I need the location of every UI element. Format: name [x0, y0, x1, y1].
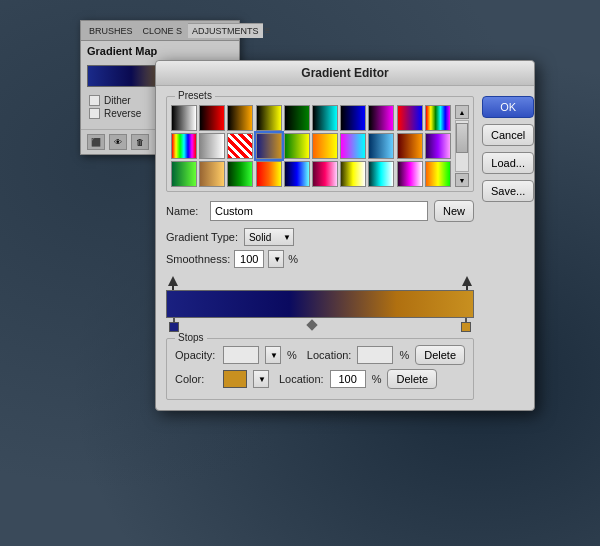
delete-icon[interactable]: 🗑 — [131, 134, 149, 150]
presets-scrollbar: ▲ ▼ — [455, 105, 469, 187]
smoothness-row: Smoothness: ▼ % — [166, 250, 474, 268]
preset-20[interactable] — [171, 161, 197, 187]
scroll-thumb[interactable] — [456, 123, 468, 153]
preset-4[interactable] — [284, 105, 310, 131]
opacity-label: Opacity: — [175, 349, 217, 361]
smoothness-arrow-icon: ▼ — [273, 255, 281, 264]
preset-0[interactable] — [171, 105, 197, 131]
gradient-bar-area — [166, 276, 474, 332]
visibility-icon[interactable]: 👁 — [109, 134, 127, 150]
ok-button[interactable]: OK — [482, 96, 534, 118]
opacity-pct: % — [287, 349, 297, 361]
smoothness-input[interactable] — [234, 250, 264, 268]
color-location-input[interactable] — [330, 370, 366, 388]
name-input[interactable] — [210, 201, 428, 221]
opacity-location-label: Location: — [307, 349, 352, 361]
gradient-editor-dialog: Gradient Editor Presets — [155, 60, 535, 411]
scroll-track — [455, 120, 469, 172]
preset-9[interactable] — [425, 105, 451, 131]
reverse-label: Reverse — [104, 108, 141, 119]
preset-3[interactable] — [256, 105, 282, 131]
preset-23[interactable] — [256, 161, 282, 187]
preset-29[interactable] — [425, 161, 451, 187]
preset-1[interactable] — [199, 105, 225, 131]
dither-label: Dither — [104, 95, 131, 106]
preset-16[interactable] — [340, 133, 366, 159]
preset-13[interactable] — [256, 133, 282, 159]
preset-8[interactable] — [397, 105, 423, 131]
stops-section-label: Stops — [175, 332, 207, 343]
dialog-title: Gradient Editor — [156, 61, 534, 86]
gradient-type-label: Gradient Type: — [166, 231, 238, 243]
opacity-location-input[interactable] — [357, 346, 393, 364]
presets-grid — [171, 105, 451, 187]
smoothness-unit: % — [288, 253, 298, 265]
color-dropdown[interactable]: ▼ — [253, 370, 269, 388]
smoothness-stepper[interactable]: ▼ — [268, 250, 284, 268]
cancel-button[interactable]: Cancel — [482, 124, 534, 146]
load-button[interactable]: Load... — [482, 152, 534, 174]
preset-21[interactable] — [199, 161, 225, 187]
panel-menu-icon[interactable]: ≡ — [265, 25, 271, 36]
save-button[interactable]: Save... — [482, 180, 534, 202]
color-swatch[interactable] — [223, 370, 247, 388]
preset-24[interactable] — [284, 161, 310, 187]
panel-tabs: BRUSHES CLONE S ADJUSTMENTS ≡ — [81, 21, 239, 41]
preset-22[interactable] — [227, 161, 253, 187]
preset-5[interactable] — [312, 105, 338, 131]
preset-10[interactable] — [171, 133, 197, 159]
color-row: Color: ▼ Location: % Delete — [175, 369, 465, 389]
preset-15[interactable] — [312, 133, 338, 159]
preset-6[interactable] — [340, 105, 366, 131]
midpoint-diamond[interactable] — [306, 319, 317, 330]
color-stop-swatch-left — [169, 322, 179, 332]
color-stop-swatch-right — [461, 322, 471, 332]
preset-19[interactable] — [425, 133, 451, 159]
opacity-arrow-icon: ▼ — [270, 351, 278, 360]
dialog-left-panel: Presets — [166, 96, 474, 400]
color-stop-right[interactable] — [460, 318, 472, 332]
opacity-input[interactable] — [223, 346, 259, 364]
scroll-down-btn[interactable]: ▼ — [455, 173, 469, 187]
new-button[interactable]: New — [434, 200, 474, 222]
preset-12[interactable] — [227, 133, 253, 159]
presets-grid-wrapper: ▲ ▼ — [167, 97, 473, 191]
opacity-delete-button[interactable]: Delete — [415, 345, 465, 365]
reverse-checkbox[interactable] — [89, 108, 100, 119]
name-row: Name: New — [166, 200, 474, 222]
dialog-buttons: OK Cancel Load... Save... — [482, 96, 534, 400]
stops-section: Stops Opacity: ▼ % Location: % Delete C — [166, 338, 474, 400]
opacity-stops-row — [168, 276, 472, 290]
tab-brushes[interactable]: BRUSHES — [85, 24, 137, 38]
presets-label: Presets — [175, 90, 215, 101]
opacity-stop-right[interactable] — [462, 276, 472, 290]
gradient-type-row: Gradient Type: Solid ▼ — [166, 228, 474, 246]
dither-checkbox[interactable] — [89, 95, 100, 106]
dialog-body: Presets — [156, 86, 534, 410]
mask-icon[interactable]: ⬛ — [87, 134, 105, 150]
preset-11[interactable] — [199, 133, 225, 159]
opacity-stop-left[interactable] — [168, 276, 178, 290]
preset-2[interactable] — [227, 105, 253, 131]
gradient-type-value: Solid — [249, 232, 271, 243]
tab-adjustments[interactable]: ADJUSTMENTS — [188, 23, 263, 38]
preset-28[interactable] — [397, 161, 423, 187]
preset-17[interactable] — [368, 133, 394, 159]
scroll-up-btn[interactable]: ▲ — [455, 105, 469, 119]
color-delete-button[interactable]: Delete — [387, 369, 437, 389]
presets-section: Presets — [166, 96, 474, 192]
gradient-bar[interactable] — [166, 290, 474, 318]
preset-26[interactable] — [340, 161, 366, 187]
preset-25[interactable] — [312, 161, 338, 187]
opacity-dropdown[interactable]: ▼ — [265, 346, 281, 364]
color-stops-row — [168, 318, 472, 332]
preset-18[interactable] — [397, 133, 423, 159]
stop-body-icon — [168, 276, 178, 286]
panel-title: Gradient Map — [81, 41, 239, 61]
tab-clone[interactable]: CLONE S — [139, 24, 187, 38]
color-stop-left[interactable] — [168, 318, 180, 332]
preset-14[interactable] — [284, 133, 310, 159]
preset-7[interactable] — [368, 105, 394, 131]
preset-27[interactable] — [368, 161, 394, 187]
gradient-type-select[interactable]: Solid ▼ — [244, 228, 294, 246]
